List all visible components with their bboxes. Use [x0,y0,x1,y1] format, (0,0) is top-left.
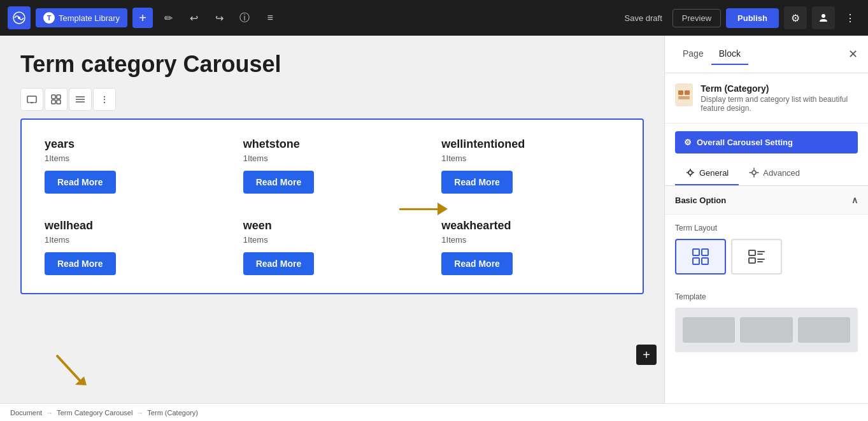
publish-button[interactable]: Publish [726,8,779,28]
block-tool-align[interactable] [69,88,92,111]
read-more-button-1[interactable]: Read More [243,171,315,194]
settings-gear-icon: ⚙ [684,138,692,147]
arrow-line [399,208,438,210]
term-layout-label: Term Layout [675,224,858,232]
more-options-button[interactable]: ⋮ [840,8,860,28]
undo-button[interactable]: ↩ [183,8,204,28]
svg-point-1 [18,17,20,19]
block-info-text: Term (Category) Display term and categor… [701,83,858,113]
layout-option-grid[interactable] [675,239,726,275]
template-preview-block-1 [683,317,735,343]
svg-rect-3 [27,96,36,103]
carousel-grid: years 1Items Read More whetstone 1Items … [34,132,630,280]
overall-carousel-setting-button[interactable]: ⚙ Overall Carousel Setting [675,131,858,153]
arrow-down-indicator [51,350,89,390]
svg-rect-10 [57,100,60,104]
block-icon [675,83,693,106]
settings-gear-button[interactable]: ⚙ [784,6,807,29]
info-button[interactable]: ⓘ [234,8,255,28]
template-library-button[interactable]: T Template Library [36,8,127,27]
svg-rect-28 [702,258,708,264]
redo-button[interactable]: ↪ [209,8,229,28]
page-title: Term category Carousel [20,51,644,78]
term-layout-options [675,239,858,275]
status-sep-2: → [136,409,143,417]
item-title-3: wellhead [45,219,223,232]
svg-rect-32 [749,258,755,263]
read-more-button-4[interactable]: Read More [243,252,315,275]
svg-rect-18 [678,96,690,99]
menu-button[interactable]: ≡ [260,8,280,28]
topbar: Click to go back, hold to see history T … [0,0,868,36]
read-more-button-0[interactable]: Read More [45,171,116,194]
svg-point-4 [31,103,32,104]
carousel-item-2: wellintentioned 1Items Read More [431,132,630,199]
status-sep-1: → [46,409,53,417]
layout-option-list[interactable] [731,239,782,275]
add-block-toolbar-button[interactable]: + [132,8,153,28]
topbar-right: Save draft Preview Publish ⚙ ⋮ [620,6,860,29]
svg-line-14 [57,356,80,380]
template-icon: T [43,12,55,24]
add-block-button[interactable]: + [636,345,657,365]
grid-layout-icon [690,246,711,267]
read-more-button-5[interactable]: Read More [441,252,513,275]
item-title-4: ween [243,219,422,232]
item-count-2: 1Items [441,153,620,163]
panel-close-button[interactable]: ✕ [848,47,858,61]
item-count-4: 1Items [243,235,422,245]
status-term-category: Term Category Carousel [57,409,132,417]
arrow-head [438,203,448,215]
panel-content: Term (Category) Display term and categor… [665,73,868,403]
setting-tabs: General Advanced [665,161,868,186]
svg-rect-29 [749,250,755,255]
carousel-setting-label: Overall Carousel Setting [697,138,793,147]
template-preview-block-2 [740,317,792,343]
carousel-item-1: whetstone 1Items Read More [233,132,432,199]
svg-point-5 [29,103,30,104]
pencil-icon-button[interactable]: ✏ [158,8,178,28]
block-desc: Display term and category list with beau… [701,95,858,113]
user-account-button[interactable] [812,6,835,29]
block-toolbar: ⋮ [20,88,644,111]
svg-rect-9 [52,100,55,104]
carousel-item-4: ween 1Items Read More [233,214,432,280]
term-layout-section: Term Layout [665,215,868,283]
general-icon [685,168,695,178]
item-title-5: weakhearted [441,219,620,232]
svg-rect-8 [57,95,60,99]
svg-point-2 [822,14,825,18]
svg-rect-7 [52,95,55,99]
item-count-3: 1Items [45,235,223,245]
arrow-down-icon [51,350,89,388]
arrow-indicator [399,203,448,215]
svg-point-23 [693,172,694,173]
svg-point-19 [688,171,692,175]
block-info: Term (Category) Display term and categor… [665,73,868,124]
tab-block[interactable]: Block [711,43,748,65]
tab-general[interactable]: General [675,161,739,185]
template-preview[interactable] [675,308,858,352]
item-count-1: 1Items [243,153,422,163]
read-more-button-2[interactable]: Read More [441,171,513,194]
wp-logo[interactable] [8,6,31,29]
chevron-up-icon: ∧ [851,195,858,205]
status-bar: Document → Term Category Carousel → Term… [0,403,868,421]
read-more-button-3[interactable]: Read More [45,252,116,275]
basic-option-header[interactable]: Basic Option ∧ [665,186,868,215]
block-tool-more[interactable]: ⋮ [93,88,116,111]
preview-button[interactable]: Preview [672,9,721,27]
tab-advanced[interactable]: Advanced [739,161,810,185]
advanced-icon [749,168,759,178]
svg-point-21 [690,175,691,176]
item-title-1: whetstone [243,138,422,151]
item-count-5: 1Items [441,235,620,245]
svg-rect-27 [693,258,699,264]
tab-page[interactable]: Page [675,43,711,65]
block-tool-carousel[interactable] [20,88,43,111]
editor-area: Term category Carousel [0,36,664,403]
svg-point-6 [34,103,35,104]
item-count-0: 1Items [45,153,223,163]
block-tool-grid[interactable] [45,88,68,111]
save-draft-button[interactable]: Save draft [620,11,667,25]
